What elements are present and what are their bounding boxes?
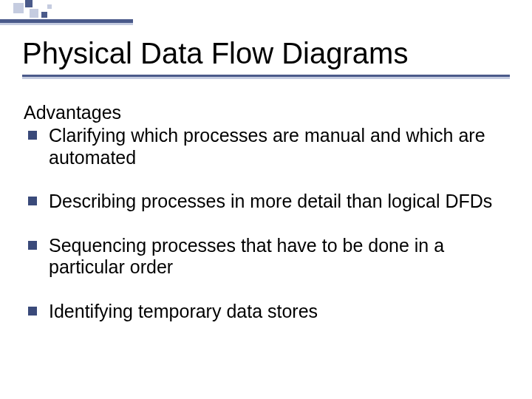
subheading: Advantages — [24, 102, 510, 123]
list-item: Clarifying which processes are manual an… — [24, 125, 510, 168]
square-icon — [25, 0, 33, 7]
slide-title: Physical Data Flow Diagrams — [22, 37, 510, 77]
list-item: Sequencing processes that have to be don… — [24, 235, 510, 279]
square-icon — [13, 3, 24, 13]
title-wrap: Physical Data Flow Diagrams — [22, 37, 510, 77]
square-icon — [47, 4, 52, 9]
accent-bar-light — [0, 23, 133, 25]
corner-decoration — [0, 0, 133, 25]
list-item: Identifying temporary data stores — [24, 301, 510, 323]
bullet-list: Clarifying which processes are manual an… — [24, 125, 510, 322]
square-icon — [30, 9, 38, 18]
list-item: Describing processes in more detail than… — [24, 191, 510, 213]
square-icon — [41, 12, 47, 18]
slide-body: Physical Data Flow Diagrams Advantages C… — [0, 0, 532, 322]
